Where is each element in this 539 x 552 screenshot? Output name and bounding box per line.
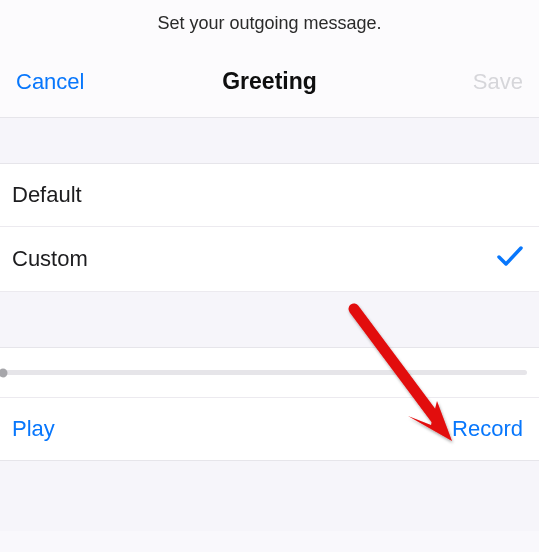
instruction-text: Set your outgoing message. <box>0 0 539 54</box>
record-button[interactable]: Record <box>452 416 523 442</box>
play-button[interactable]: Play <box>12 416 55 442</box>
slider-thumb-icon[interactable] <box>0 368 8 377</box>
greeting-option-custom[interactable]: Custom <box>0 227 539 292</box>
option-label: Default <box>12 182 82 208</box>
playback-slider[interactable] <box>2 370 527 375</box>
section-gap <box>0 292 539 348</box>
option-label: Custom <box>12 246 88 272</box>
page-title: Greeting <box>96 68 443 95</box>
checkmark-icon <box>497 245 523 273</box>
playback-controls: Play Record <box>0 398 539 461</box>
section-gap <box>0 461 539 531</box>
save-button: Save <box>443 69 523 95</box>
navbar: Cancel Greeting Save <box>0 54 539 118</box>
cancel-button[interactable]: Cancel <box>16 69 96 95</box>
section-gap <box>0 118 539 164</box>
greeting-option-default[interactable]: Default <box>0 164 539 227</box>
playback-slider-area <box>0 348 539 398</box>
